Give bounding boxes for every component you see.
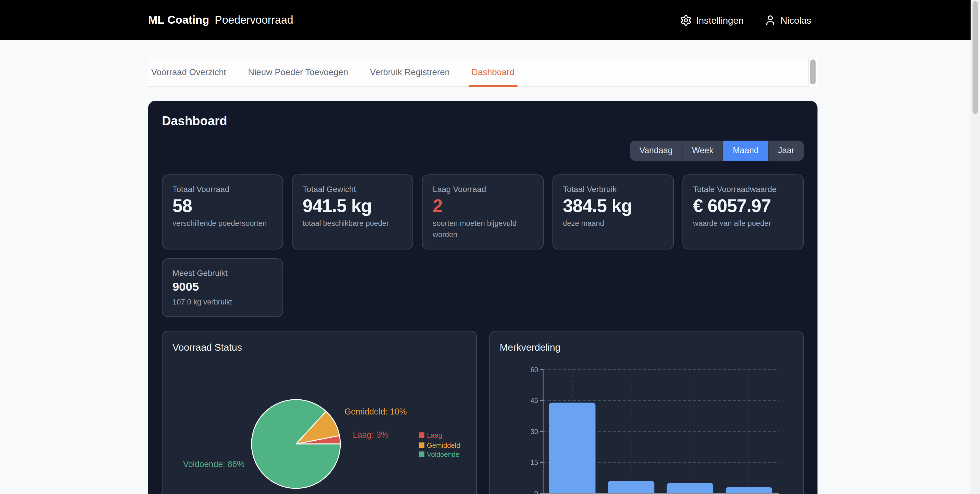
tab-verbruik-registreren[interactable]: Verbruik Registreren [367, 57, 453, 86]
tab-voorraad-overzicht[interactable]: Voorraad Overzicht [148, 57, 229, 86]
stat-subtitle: totaal beschikbare poeder [303, 218, 403, 229]
merkverdeling-panel: Merkverdeling 015304560 [489, 331, 804, 494]
svg-text:Laag: Laag [427, 431, 442, 439]
user-icon [764, 14, 776, 26]
dashboard-panel: Dashboard Vandaag Week Maand Jaar Totaal… [148, 101, 818, 494]
svg-text:15: 15 [530, 459, 538, 466]
stat-subtitle: waarde van alle poeder [693, 218, 793, 229]
pie-chart-title: Voorraad Status [172, 342, 242, 354]
period-button-vandaag[interactable]: Vandaag [630, 141, 682, 161]
stat-subtitle: deze maand [563, 218, 663, 229]
gear-icon [680, 14, 692, 26]
page-scrollbar-thumb[interactable] [972, 2, 978, 114]
tab-bar-scrollbar[interactable] [808, 57, 818, 87]
stat-card-totaal-verbruik: Totaal Verbruik 384.5 kg deze maand [552, 174, 673, 250]
stat-card-meest-gebruikt: Meest Gebruikt 9005 107.0 kg verbruikt [162, 258, 283, 317]
app-window: ML Coating Poedervoorraad Instellingen [0, 0, 980, 494]
app-brand: ML Coating Poedervoorraad [148, 13, 293, 27]
voorraad-status-panel: Voorraad Status Laag: 3%Gemiddeld: 10%Vo… [162, 331, 477, 494]
stat-label: Laag Voorraad [433, 184, 533, 195]
period-button-week[interactable]: Week [682, 141, 723, 161]
svg-text:Gemiddeld: Gemiddeld [427, 441, 460, 449]
stat-card-laag-voorraad: Laag Voorraad 2 soorten moeten bijgevuld… [422, 174, 543, 250]
tab-bar: Voorraad Overzicht Nieuw Poeder Toevoege… [148, 57, 818, 87]
stat-card-totaal-gewicht: Totaal Gewicht 941.5 kg totaal beschikba… [292, 174, 413, 250]
period-button-jaar[interactable]: Jaar [768, 141, 804, 161]
stat-value: € 6057.97 [693, 195, 793, 216]
pie-chart: Laag: 3%Gemiddeld: 10%Voldoende: 86%Laag… [162, 331, 477, 494]
svg-text:Laag: 3%: Laag: 3% [353, 430, 388, 440]
tab-nieuw-poeder-toevoegen[interactable]: Nieuw Poeder Toevoegen [245, 57, 352, 86]
svg-text:Voldoende: Voldoende [427, 451, 459, 458]
tab-dashboard[interactable]: Dashboard [469, 57, 517, 86]
bar-chart-title: Merkverdeling [500, 342, 560, 354]
stat-subtitle: verschillende poedersoorten [172, 218, 272, 229]
stat-label: Totaal Voorraad [172, 184, 272, 195]
stat-subtitle: soorten moeten bijgevuld worden [433, 218, 533, 240]
user-menu[interactable]: Nicolas [764, 14, 811, 26]
svg-text:Voldoende: 86%: Voldoende: 86% [183, 459, 245, 469]
settings-button[interactable]: Instellingen [680, 14, 744, 26]
stat-label: Totaal Gewicht [303, 184, 403, 195]
app-title: Poedervoorraad [215, 13, 293, 27]
stat-label: Meest Gebruikt [172, 268, 272, 279]
svg-text:45: 45 [530, 397, 538, 404]
period-button-maand[interactable]: Maand [724, 141, 768, 161]
svg-text:0: 0 [534, 489, 538, 494]
user-name: Nicolas [781, 14, 811, 25]
stat-value: 941.5 kg [303, 195, 403, 216]
tab-bar-scrollbar-thumb[interactable] [810, 59, 816, 84]
stats-row-1: Totaal Voorraad 58 verschillende poeders… [162, 174, 804, 250]
svg-text:Gemiddeld: 10%: Gemiddeld: 10% [345, 407, 407, 416]
page-title: Dashboard [162, 101, 804, 129]
page-scrollbar[interactable] [970, 0, 980, 494]
svg-text:60: 60 [530, 366, 538, 373]
stat-card-totale-voorraadwaarde: Totale Voorraadwaarde € 6057.97 waarde v… [682, 174, 804, 250]
brand-name: ML Coating [148, 13, 209, 27]
stat-label: Totaal Verbruik [563, 184, 663, 195]
period-selector: Vandaag Week Maand Jaar [162, 141, 804, 161]
charts-row: Voorraad Status Laag: 3%Gemiddeld: 10%Vo… [162, 331, 804, 494]
stat-value: 58 [172, 195, 272, 216]
stat-subtitle: 107.0 kg verbruikt [172, 296, 272, 308]
svg-text:30: 30 [530, 428, 538, 435]
stats-row-2: Meest Gebruikt 9005 107.0 kg verbruikt [162, 258, 804, 317]
settings-label: Instellingen [696, 14, 743, 25]
top-bar: ML Coating Poedervoorraad Instellingen [0, 0, 980, 40]
stat-value: 384.5 kg [563, 195, 663, 216]
stat-value: 9005 [172, 279, 272, 295]
stat-label: Totale Voorraadwaarde [693, 184, 793, 195]
stat-value-alert: 2 [433, 195, 533, 216]
bar-chart: 015304560 [490, 331, 804, 494]
stat-card-totaal-voorraad: Totaal Voorraad 58 verschillende poeders… [162, 174, 283, 250]
